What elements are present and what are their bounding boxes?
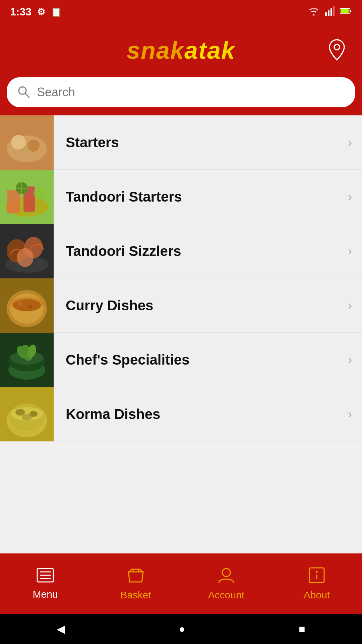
svg-point-32 <box>13 299 41 311</box>
search-bar[interactable] <box>7 77 355 107</box>
svg-point-58 <box>316 571 318 573</box>
menu-nav-label: Menu <box>33 589 58 600</box>
menu-item-tandoori-sizzlers[interactable]: Tandoori Sizzlers › <box>0 224 362 278</box>
about-nav-label: About <box>304 589 330 601</box>
svg-rect-1 <box>328 10 329 16</box>
tandoori-starters-label: Tandoori Starters <box>54 189 348 205</box>
menu-list: Starters › Tandoori Starters › <box>0 115 362 553</box>
time: 1:33 <box>10 6 32 18</box>
status-bar: 1:33 ⚙ 📋 <box>0 0 362 23</box>
chefs-specialities-image <box>0 333 54 387</box>
basket-nav-label: Basket <box>120 589 151 601</box>
svg-rect-0 <box>325 12 327 16</box>
system-nav: ◀ ● ■ <box>0 614 362 644</box>
nav-item-menu[interactable]: Menu <box>0 553 90 614</box>
chefs-specialities-chevron: › <box>348 353 362 367</box>
curry-dishes-label: Curry Dishes <box>54 298 348 314</box>
svg-point-7 <box>334 45 340 50</box>
basket-icon <box>127 567 144 587</box>
back-button[interactable]: ◀ <box>57 623 65 635</box>
app-logo: snakatak <box>127 37 235 64</box>
wifi-icon <box>308 6 320 17</box>
menu-item-chefs-specialities[interactable]: Chef's Specialities › <box>0 333 362 387</box>
menu-item-korma-dishes[interactable]: Korma Dishes › <box>0 387 362 441</box>
tandoori-starters-chevron: › <box>348 190 362 204</box>
menu-item-tandoori-starters[interactable]: Tandoori Starters › <box>0 170 362 224</box>
tandoori-starters-image <box>0 170 54 224</box>
home-button[interactable]: ● <box>179 623 185 635</box>
svg-rect-5 <box>350 10 351 12</box>
battery-icon <box>340 7 352 16</box>
svg-point-33 <box>17 301 23 306</box>
svg-rect-2 <box>330 8 332 16</box>
svg-point-47 <box>15 409 25 416</box>
svg-point-49 <box>22 414 32 421</box>
status-left: 1:33 ⚙ 📋 <box>10 6 62 18</box>
search-icon <box>17 85 30 100</box>
menu-item-curry-dishes[interactable]: Curry Dishes › <box>0 278 362 333</box>
search-input[interactable] <box>37 85 345 99</box>
starters-label: Starters <box>54 135 348 151</box>
curry-dishes-chevron: › <box>348 299 362 313</box>
svg-point-54 <box>222 569 230 577</box>
location-button[interactable] <box>325 38 349 63</box>
svg-rect-6 <box>341 9 349 13</box>
recent-button[interactable]: ■ <box>299 623 305 635</box>
svg-line-9 <box>25 93 29 97</box>
svg-point-34 <box>28 305 32 309</box>
svg-point-19 <box>34 186 47 200</box>
nav-item-about[interactable]: About <box>272 553 362 614</box>
nav-item-basket[interactable]: Basket <box>90 553 181 614</box>
about-icon <box>308 567 325 587</box>
menu-icon <box>36 567 55 586</box>
korma-dishes-image <box>0 387 54 441</box>
search-container <box>0 77 362 115</box>
svg-rect-3 <box>333 6 335 16</box>
signal-icon <box>325 6 335 17</box>
status-right <box>308 6 352 17</box>
svg-point-14 <box>20 147 30 157</box>
menu-item-starters[interactable]: Starters › <box>0 115 362 170</box>
tandoori-sizzlers-chevron: › <box>348 244 362 258</box>
account-icon <box>218 567 235 587</box>
starters-chevron: › <box>348 136 362 150</box>
logo-snak: snak <box>127 37 184 64</box>
svg-point-12 <box>11 135 26 150</box>
svg-point-27 <box>17 248 34 267</box>
curry-dishes-image <box>0 278 54 333</box>
header: snakatak <box>0 23 362 77</box>
tandoori-sizzlers-image <box>0 224 54 278</box>
logo-atak: atak <box>184 37 235 64</box>
main-content: 1:33 ⚙ 📋 <box>0 0 362 553</box>
account-nav-label: Account <box>208 589 244 601</box>
settings-icon: ⚙ <box>37 6 45 17</box>
svg-rect-17 <box>7 190 20 213</box>
nav-item-account[interactable]: Account <box>181 553 272 614</box>
clipboard-icon: 📋 <box>51 6 62 17</box>
korma-dishes-label: Korma Dishes <box>54 406 348 422</box>
tandoori-sizzlers-label: Tandoori Sizzlers <box>54 243 348 259</box>
bottom-nav: Menu Basket Account <box>0 553 362 614</box>
korma-dishes-chevron: › <box>348 407 362 421</box>
starters-image <box>0 115 54 170</box>
chefs-specialities-label: Chef's Specialities <box>54 352 348 368</box>
